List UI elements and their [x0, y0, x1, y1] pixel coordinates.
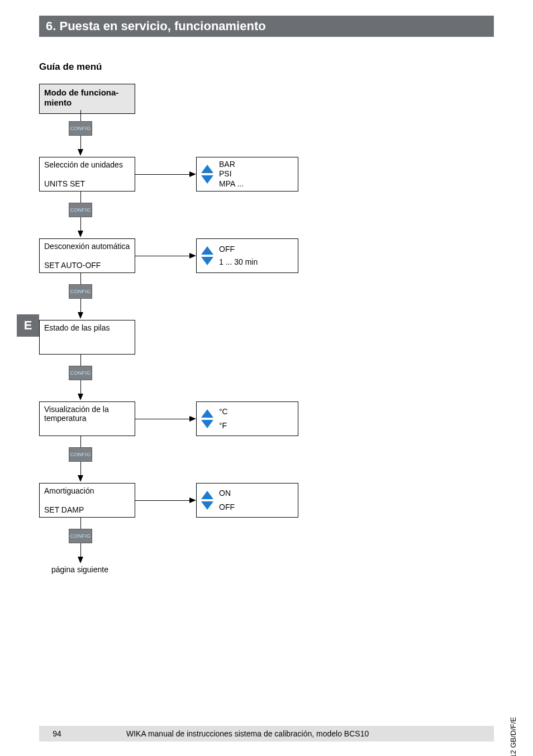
config-button: CONFIG: [69, 366, 92, 380]
menu-code: UNITS SET: [44, 179, 130, 188]
option-text: °F: [219, 421, 228, 431]
page-number: 94: [39, 729, 75, 738]
menu-flow-diagram: Modo de funciona- miento CONFIG Selecció…: [39, 84, 330, 676]
arrow-right-icon: [189, 253, 196, 259]
option-text: OFF: [219, 245, 258, 255]
triangle-down-icon: [201, 420, 213, 428]
option-text: MPA ...: [219, 179, 244, 189]
footer-text: WIKA manual de instrucciones sistema de …: [75, 729, 369, 738]
option-text: °C: [219, 407, 228, 417]
menu-code: SET AUTO-OFF: [44, 261, 130, 270]
triangle-up-icon: [201, 491, 213, 499]
menu-title: Selección de unidades: [44, 160, 130, 169]
option-node-damping: ON OFF: [196, 483, 298, 518]
option-text: ON: [219, 489, 235, 499]
triangle-up-icon: [201, 165, 213, 173]
triangle-down-icon: [201, 175, 213, 184]
option-node-temperature: °C °F: [196, 401, 298, 436]
triangle-up-icon: [201, 246, 213, 255]
start-node: Modo de funciona- miento: [39, 84, 135, 114]
language-tab: E: [17, 314, 39, 337]
menu-node-temperature: Visualización de la temperatura: [39, 401, 135, 436]
option-text: PSI: [219, 169, 244, 179]
arrow-down-icon: [78, 394, 83, 400]
option-text: 1 ... 30 min: [219, 257, 258, 267]
config-button: CONFIG: [69, 121, 92, 136]
page-footer: 94 WIKA manual de instrucciones sistema …: [39, 726, 494, 741]
menu-title: Desconexión automática: [44, 242, 130, 251]
config-button: CONFIG: [69, 203, 92, 217]
menu-title: Visualización de la temperatura: [44, 405, 130, 423]
arrow-down-icon: [78, 475, 83, 482]
option-node-units: BAR PSI MPA ...: [196, 157, 298, 192]
arrow-right-icon: [189, 416, 196, 422]
menu-node-units: Selección de unidades UNITS SET: [39, 157, 135, 192]
option-text: OFF: [219, 503, 235, 513]
triangle-up-icon: [201, 409, 213, 418]
config-button: CONFIG: [69, 529, 92, 543]
arrow-down-icon: [78, 312, 83, 319]
arrow-down-icon: [78, 557, 83, 563]
triangle-down-icon: [201, 257, 213, 265]
subtitle: Guía de menú: [39, 61, 102, 73]
menu-code: SET DAMP: [44, 505, 130, 514]
config-button: CONFIG: [69, 447, 92, 462]
arrow-down-icon: [78, 231, 83, 237]
section-header: 6. Puesta en servicio, funcionamiento: [39, 16, 494, 37]
menu-node-battery: Estado de las pilas: [39, 320, 135, 355]
arrow-down-icon: [78, 149, 83, 156]
document-number: 14051046.01 10/2012 GB/D/F/E: [509, 717, 517, 756]
option-text: BAR: [219, 160, 244, 170]
arrow-right-icon: [189, 497, 196, 503]
menu-node-damping: Amortiguación SET DAMP: [39, 483, 135, 518]
menu-title: Amortiguación: [44, 486, 130, 495]
arrow-right-icon: [189, 171, 196, 177]
config-button: CONFIG: [69, 284, 92, 299]
option-node-autooff: OFF 1 ... 30 min: [196, 238, 298, 273]
menu-title: Estado de las pilas: [44, 323, 130, 332]
triangle-down-icon: [201, 501, 213, 510]
menu-node-autooff: Desconexión automática SET AUTO-OFF: [39, 238, 135, 273]
next-page-label: página siguiente: [51, 565, 108, 574]
